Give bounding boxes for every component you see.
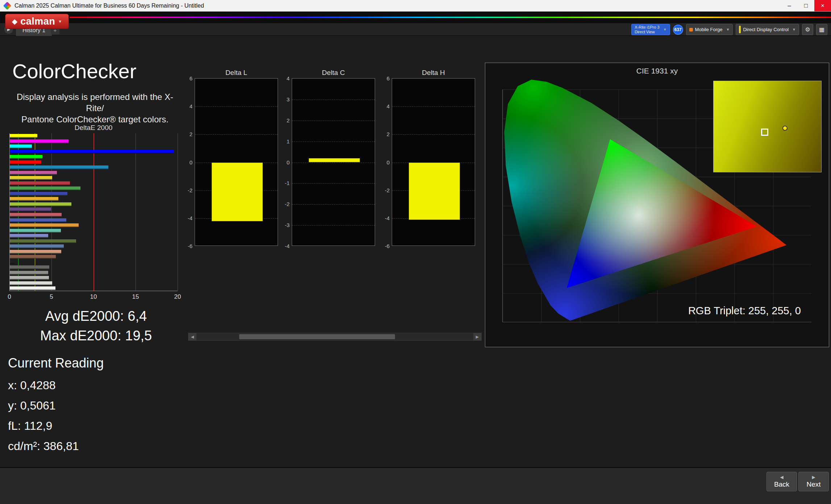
window-titlebar: Calman 2025 Calman Ultimate for Business… <box>0 0 831 12</box>
axis-tick-label: -2 <box>181 187 192 193</box>
deltae-bar <box>10 260 15 264</box>
deltae-bar <box>10 155 42 159</box>
gridline <box>178 133 178 291</box>
next-button-label: Next <box>806 480 820 488</box>
avg-de2000-value: Avg dE2000: 6,4 <box>4 308 188 324</box>
axis-tick-label: -1 <box>278 180 290 186</box>
meter-mode: Direct View <box>635 30 659 34</box>
axis-tick-label: 4 <box>278 75 290 81</box>
deltae-bar <box>10 150 174 154</box>
header-controls: X-Rite i1Pro 3 Direct View ▼ 637 Mobile … <box>631 24 827 35</box>
current-reading-title: Current Reading <box>8 356 104 371</box>
calman-diamond-icon: ◆ <box>12 17 17 26</box>
axis-tick-label: 1 <box>278 138 290 144</box>
minimize-button[interactable]: – <box>781 0 798 11</box>
axis-tick-label: 2 <box>181 131 192 137</box>
axis-tick-label: 0 <box>8 293 11 301</box>
current-reading-y: y: 0,5061 <box>8 399 56 412</box>
current-color-inset <box>713 81 822 172</box>
axis-tick-label: 0 <box>278 159 290 165</box>
scroll-right-arrow-icon[interactable]: ▶ <box>473 333 481 340</box>
deltae-bar <box>10 276 49 280</box>
display-control-name: Direct Display Control <box>743 27 789 32</box>
axis-tick-label: 15 <box>132 293 139 301</box>
window-controls: – □ × <box>781 0 831 11</box>
deltae-bar <box>10 218 66 222</box>
axis-tick-label: 10 <box>90 293 97 301</box>
axis-tick-label: 4 <box>181 103 192 109</box>
delta-l-chart: Delta L 6420-2-4-6 <box>181 69 278 250</box>
calman-logo-menu[interactable]: ◆ calman ▼ <box>5 14 69 29</box>
bottom-patch-bar: ◀ Back ▶ Next <box>0 467 831 504</box>
scroll-left-arrow-icon[interactable]: ◀ <box>188 333 196 340</box>
maximize-button[interactable]: □ <box>798 0 814 11</box>
delta-l-chart-title: Delta L <box>195 69 278 77</box>
back-button-label: Back <box>774 480 789 488</box>
delta-l-plot-area <box>195 78 278 246</box>
cie-1931-panel: CIE 1931 xy RGB Triplet: 255, 255, 0 <box>485 63 829 347</box>
display-control-selector-button[interactable]: Direct Display Control ▼ <box>736 24 799 35</box>
deltae-bar <box>10 213 62 217</box>
meter-selector-button[interactable]: X-Rite i1Pro 3 Direct View ▼ <box>631 24 670 35</box>
gridline <box>292 121 375 121</box>
rainbow-gradient-strip <box>70 17 831 18</box>
navigation-cluster: ◀ Back ▶ Next <box>766 470 829 503</box>
settings-gear-icon[interactable]: ⚙ <box>802 24 813 35</box>
gridline <box>292 142 375 142</box>
delta-c-plot-area <box>292 78 375 246</box>
swatch-compare-strip: ◀ ▶ <box>188 253 482 343</box>
deltae-bar <box>10 139 68 143</box>
scrollbar-thumb[interactable] <box>239 334 395 339</box>
axis-tick-label: 2 <box>278 117 290 123</box>
source-indicator-icon <box>689 28 693 32</box>
deltae-bar <box>10 165 108 169</box>
gridline <box>292 225 375 226</box>
axis-tick-label: 20 <box>174 293 181 301</box>
chevron-down-icon: ▼ <box>726 28 730 32</box>
app-icon <box>3 1 12 10</box>
deltae2000-plot-area <box>9 133 178 291</box>
axis-tick-label: 2 <box>378 131 390 137</box>
gridline <box>51 133 52 291</box>
axis-tick-label: -4 <box>378 215 390 221</box>
source-selector-button[interactable]: Mobile Forge ▼ <box>686 24 733 35</box>
max-de2000-value: Max dE2000: 19,5 <box>4 328 188 344</box>
next-arrow-icon: ▶ <box>812 475 815 480</box>
deltae2000-chart-title: DeltaE 2000 <box>9 124 178 132</box>
deltae-bar <box>10 244 64 248</box>
swatch-scrollbar[interactable]: ◀ ▶ <box>188 333 482 341</box>
gridline <box>136 133 136 291</box>
window-title: Calman 2025 Calman Ultimate for Business… <box>14 3 204 9</box>
deltae-bar <box>10 250 61 253</box>
deltae-bar <box>10 265 49 269</box>
axis-tick-label: 0 <box>181 159 192 165</box>
deltae-bar <box>10 202 71 206</box>
close-button[interactable]: × <box>814 0 831 11</box>
display-grid-icon[interactable]: ▦ <box>816 24 827 35</box>
delta-bar <box>212 163 263 221</box>
rgb-triplet-readout: RGB Triplet: 255, 255, 0 <box>688 305 801 317</box>
current-reading-cdm2: cd/m²: 386,81 <box>8 440 79 453</box>
deltae-bar <box>10 197 58 201</box>
axis-tick-label: -3 <box>278 222 290 228</box>
delta-bar <box>409 163 460 220</box>
page-description: Display analysis is performed with the X… <box>8 91 182 125</box>
reading-count-badge: 637 <box>673 25 683 35</box>
chevron-down-icon: ▼ <box>58 19 62 24</box>
axis-tick-label: 0 <box>378 159 390 165</box>
gridline <box>392 106 475 107</box>
axis-tick-label: -6 <box>378 243 390 249</box>
deltae-bar <box>10 229 61 232</box>
next-button[interactable]: ▶ Next <box>798 472 829 491</box>
nav-button-row: ◀ Back ▶ Next <box>766 472 829 491</box>
axis-tick-label: -2 <box>278 201 290 207</box>
calman-logo-text: calman <box>20 16 55 27</box>
threshold-line <box>94 133 95 291</box>
delta-c-chart: Delta C 43210-1-2-3-4 <box>278 69 375 250</box>
back-button[interactable]: ◀ Back <box>766 472 797 491</box>
delta-c-chart-title: Delta C <box>292 69 375 77</box>
meter-name: X-Rite i1Pro 3 <box>635 25 659 30</box>
page-title: ColorChecker <box>12 59 136 83</box>
deltae-bar <box>10 186 80 190</box>
deltae-bar <box>10 255 56 259</box>
